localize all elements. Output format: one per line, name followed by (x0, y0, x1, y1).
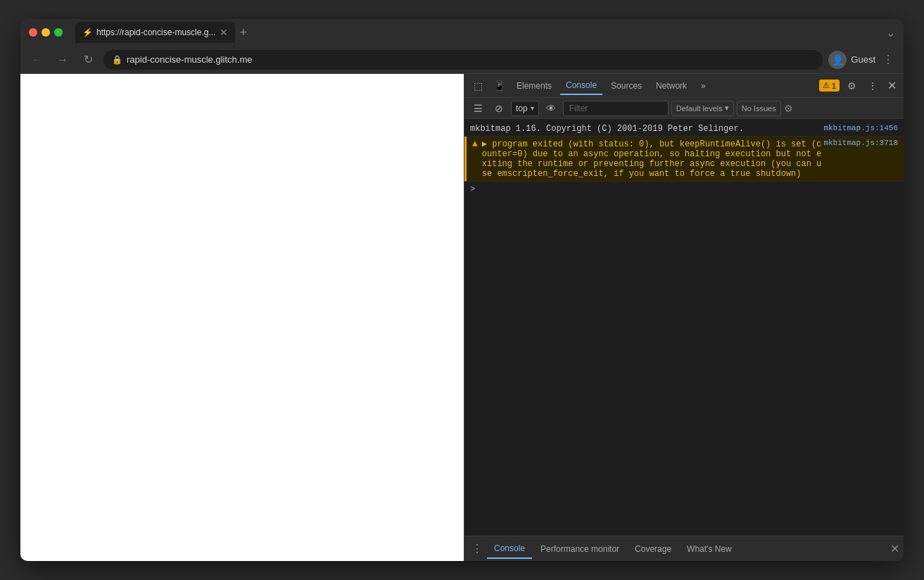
inspect-icon: ⬚ (474, 80, 483, 92)
levels-chevron-icon: ▾ (725, 103, 729, 113)
console-sidebar-button[interactable]: ☰ (469, 99, 487, 118)
devtools-close-button[interactable]: ✕ (885, 76, 899, 95)
main-content: ⬚ 📱 Elements Console Sources Network » ⚠… (20, 74, 904, 561)
warning-triangle-icon: ▲ (472, 139, 478, 149)
console-warning-line: ▲ ▶ program exited (with status: 0), but… (464, 137, 904, 182)
tab-console[interactable]: Console (560, 77, 602, 95)
profile-icon[interactable]: 👤 (828, 51, 847, 69)
tab-title: https://rapid-concise-muscle.g... (96, 27, 215, 37)
prompt-caret-icon: > (470, 184, 475, 194)
top-context-label: top (516, 103, 528, 113)
webpage-area (20, 74, 464, 561)
browser-window: ⚡ https://rapid-concise-muscle.g... ✕ + … (20, 19, 904, 561)
address-input-wrap[interactable]: 🔒 rapid-concise-muscle.glitch.me (103, 50, 823, 70)
drawer-menu-button[interactable]: ⋮ (469, 539, 486, 558)
drawer-close-button[interactable]: ✕ (890, 542, 899, 555)
filter-input[interactable] (563, 101, 669, 116)
drawer-tab-console[interactable]: Console (487, 539, 532, 559)
device-icon: 📱 (493, 80, 505, 92)
address-bar: ← → ↻ 🔒 rapid-concise-muscle.glitch.me 👤… (20, 46, 904, 74)
settings-icon: ⚙ (847, 80, 856, 92)
console-prompt[interactable]: > (464, 182, 904, 197)
tab-favicon-icon: ⚡ (82, 27, 92, 37)
ban-icon: ⊘ (495, 103, 503, 114)
profile-avatar-icon: 👤 (832, 54, 844, 65)
devtools-panel: ⬚ 📱 Elements Console Sources Network » ⚠… (464, 74, 904, 561)
console-warning-text: ▶ program exited (with status: 0), but k… (482, 139, 824, 179)
devtools-toolbar: ⬚ 📱 Elements Console Sources Network » ⚠… (464, 74, 904, 98)
devtools-settings-button[interactable]: ⚙ (842, 77, 861, 95)
warning-count: 1 (832, 82, 836, 90)
lock-icon: 🔒 (112, 55, 122, 65)
log-levels-button[interactable]: Default levels ▾ (671, 101, 734, 116)
console-output: mkbitmap 1.16. Copyright (C) 2001-2019 P… (464, 119, 904, 536)
tab-network[interactable]: Network (650, 77, 692, 95)
inspect-element-button[interactable]: ⬚ (469, 77, 487, 95)
more-tabs-button[interactable]: » (695, 77, 711, 95)
new-tab-button[interactable]: + (235, 26, 251, 39)
warning-badge[interactable]: ⚠ 1 (819, 80, 840, 92)
browser-menu-button[interactable]: ⋮ (880, 50, 897, 69)
devtools-more-button[interactable]: ⋮ (863, 77, 882, 95)
clear-console-button[interactable]: ⊘ (490, 99, 508, 118)
sidebar-icon: ☰ (474, 103, 483, 114)
profile-name: Guest (851, 54, 875, 65)
eye-icon: 👁 (546, 103, 556, 114)
console-message-text: mkbitmap 1.16. Copyright (C) 2001-2019 P… (470, 124, 819, 134)
back-button[interactable]: ← (27, 50, 47, 70)
device-toolbar-button[interactable]: 📱 (490, 77, 508, 95)
address-text: rapid-concise-muscle.glitch.me (127, 54, 814, 65)
eye-console-button[interactable]: 👁 (542, 99, 560, 118)
drawer-tab-coverage[interactable]: Coverage (628, 539, 678, 559)
profile-area: 👤 Guest ⋮ (828, 50, 897, 69)
title-bar: ⚡ https://rapid-concise-muscle.g... ✕ + … (20, 19, 904, 46)
levels-label: Default levels (676, 104, 723, 113)
browser-tab[interactable]: ⚡ https://rapid-concise-muscle.g... ✕ (75, 22, 235, 43)
drawer-tab-performance-monitor[interactable]: Performance monitor (533, 539, 626, 559)
devtools-bottom-drawer: ⋮ Console Performance monitor Coverage W… (464, 536, 904, 561)
fullscreen-window-button[interactable] (54, 28, 63, 37)
minimize-window-button[interactable] (42, 28, 50, 37)
forward-button[interactable]: → (53, 50, 72, 70)
console-source-link[interactable]: mkbitmap.js:1456 (823, 124, 898, 132)
context-chevron-icon: ▾ (531, 104, 534, 112)
tab-sources[interactable]: Sources (605, 77, 647, 95)
drawer-tab-whats-new[interactable]: What's New (680, 539, 739, 559)
close-window-button[interactable] (29, 28, 37, 37)
no-issues-button[interactable]: No Issues (737, 101, 781, 116)
top-context-selector[interactable]: top ▾ (511, 101, 539, 116)
reload-button[interactable]: ↻ (78, 50, 98, 70)
tab-elements[interactable]: Elements (511, 77, 557, 95)
console-line: mkbitmap 1.16. Copyright (C) 2001-2019 P… (464, 122, 904, 137)
console-settings-icon[interactable]: ⚙ (784, 103, 793, 114)
console-warning-source-link[interactable]: mkbitmap.js:3718 (823, 139, 898, 147)
traffic-lights (29, 28, 63, 37)
tab-close-button[interactable]: ✕ (220, 27, 228, 37)
warning-icon: ⚠ (823, 81, 830, 90)
tab-strip-menu[interactable]: ⌄ (886, 26, 895, 39)
console-toolbar: ☰ ⊘ top ▾ 👁 Default levels ▾ N (464, 98, 904, 119)
tab-bar: ⚡ https://rapid-concise-muscle.g... ✕ + (75, 22, 880, 43)
more-icon: ⋮ (868, 80, 878, 92)
